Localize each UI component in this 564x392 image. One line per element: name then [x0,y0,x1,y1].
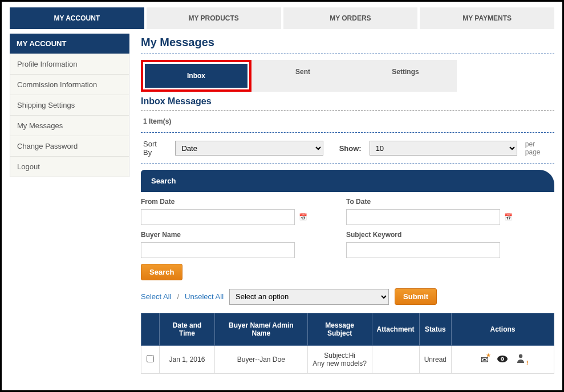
buyer-name-input[interactable] [141,242,295,258]
row-checkbox[interactable] [147,355,154,362]
cell-datetime: Jan 1, 2016 [160,346,215,374]
table-row: Jan 1, 2016 Buyer--Jan Doe Subject:Hi An… [141,346,554,374]
sort-by-label: Sort By [143,140,167,157]
cell-actions: ✉ [452,346,554,374]
svg-point-2 [502,358,504,360]
from-date-label: From Date [141,198,312,206]
tab-my-products[interactable]: MY PRODUCTS [147,7,281,29]
tab-my-payments[interactable]: MY PAYMENTS [420,7,554,29]
submit-button[interactable]: Submit [395,288,437,305]
select-all-link[interactable]: Select All [141,292,171,301]
calendar-icon[interactable]: 📅 [298,213,307,222]
sidebar-item-commission-information[interactable]: Commission Information [10,75,129,95]
to-date-label: To Date [346,198,517,206]
search-button[interactable]: Search [141,264,182,280]
highlighted-tab-frame: Inbox [141,60,251,92]
from-date-input[interactable] [141,209,295,225]
subtab-settings[interactable]: Settings [354,60,457,92]
sidebar-item-change-password[interactable]: Change Password [10,136,129,157]
sort-by-select[interactable]: Date [175,141,323,156]
col-datetime: Date and Time [160,313,215,346]
cell-status: Unread [419,346,451,374]
tab-my-account[interactable]: MY ACCOUNT [10,7,144,29]
person-alert-icon[interactable] [517,354,525,365]
subject-keyword-input[interactable] [346,242,500,258]
main-content: My Messages Inbox Sent Settings Inbox Me… [141,34,554,374]
subject-keyword-label: Subject Keyword [346,231,517,239]
sidebar-item-logout[interactable]: Logout [10,157,129,177]
to-date-input[interactable] [346,209,500,225]
subtab-sent[interactable]: Sent [251,60,354,92]
unselect-all-link[interactable]: Unselect All [185,292,224,301]
search-panel-header: Search [141,170,554,192]
messages-table: Date and Time Buyer Name/ Admin Name Mes… [141,313,554,374]
sidebar: MY ACCOUNT Profile Information Commissio… [10,34,129,374]
cell-subject: Subject:Hi Any new models? [307,346,372,374]
page-title: My Messages [141,36,554,49]
show-label: Show: [339,144,362,153]
col-actions: Actions [452,313,554,346]
sidebar-item-my-messages[interactable]: My Messages [10,116,129,136]
buyer-name-label: Buyer Name [141,231,312,239]
cell-buyer: Buyer--Jan Doe [214,346,307,374]
calendar-icon[interactable]: 📅 [504,213,513,222]
subtab-inbox[interactable]: Inbox [145,64,247,88]
sidebar-item-profile-information[interactable]: Profile Information [10,54,129,75]
col-checkbox [141,313,160,346]
eye-icon[interactable] [497,355,508,365]
show-select[interactable]: 10 [370,141,517,156]
svg-point-3 [519,354,522,358]
sidebar-item-shipping-settings[interactable]: Shipping Settings [10,95,129,116]
per-page-label: per page [525,140,552,156]
sidebar-header: MY ACCOUNT [10,34,129,54]
col-status: Status [419,313,451,346]
mail-icon[interactable]: ✉ [481,354,488,365]
bulk-action-select[interactable]: Select an option [229,289,389,305]
item-count: 1 Item(s) [141,114,554,129]
col-attachment: Attachment [372,313,419,346]
col-subject: Message Subject [307,313,372,346]
tab-my-orders[interactable]: MY ORDERS [283,7,418,29]
top-nav: MY ACCOUNT MY PRODUCTS MY ORDERS MY PAYM… [2,2,562,29]
section-title: Inbox Messages [141,96,554,107]
col-buyer: Buyer Name/ Admin Name [214,313,307,346]
cell-attachment [372,346,419,374]
